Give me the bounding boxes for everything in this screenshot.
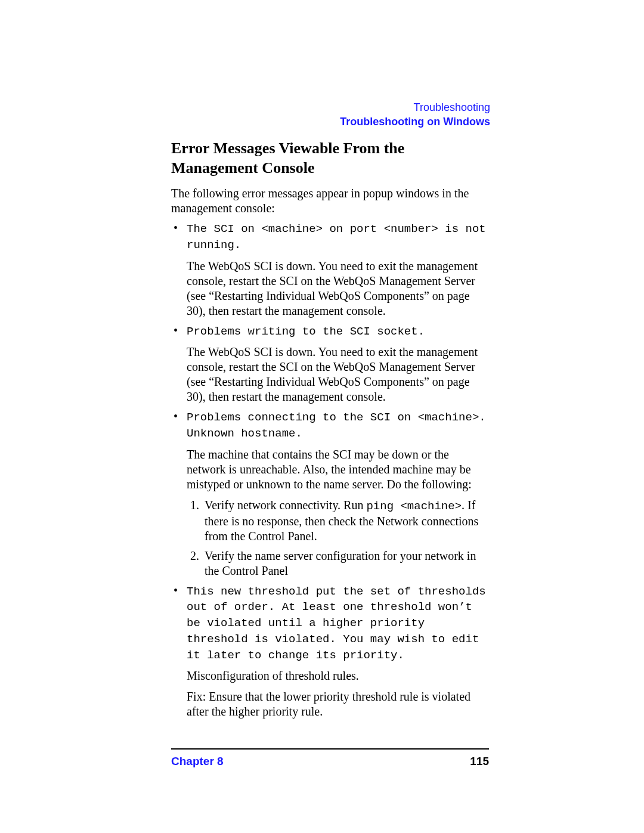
error-item: This new threshold put the set of thresh… [171,583,489,720]
error-description: The WebQoS SCI is down. You need to exit… [187,259,489,318]
inline-code: ping <machine> [366,500,462,513]
error-message: Problems writing to the SCI socket. [187,325,425,338]
page-body: Error Messages Viewable From the Managem… [171,139,489,719]
error-description: The WebQoS SCI is down. You need to exit… [187,345,489,404]
page-number: 115 [470,754,489,769]
header-subsection: Troubleshooting on Windows [340,114,490,129]
step-text: Verify the name server configuration for… [205,549,476,577]
error-fix: Fix: Ensure that the lower priority thre… [187,689,489,719]
header-section: Troubleshooting [340,100,490,114]
error-item: The SCI on <machine> on port <number> is… [171,221,489,318]
error-description: The machine that contains the SCI may be… [187,447,489,492]
error-message: Problems connecting to the SCI on <machi… [187,411,486,440]
error-message: This new threshold put the set of thresh… [187,585,486,662]
error-item: Problems connecting to the SCI on <machi… [171,409,489,578]
step-item: Verify the name server configuration for… [202,549,489,578]
error-description: Misconfiguration of threshold rules. [187,668,489,683]
step-list: Verify network connectivity. Run ping <m… [187,498,489,578]
error-item: Problems writing to the SCI socket. The … [171,323,489,405]
error-message: The SCI on <machine> on port <number> is… [187,222,486,252]
step-text: Verify network connectivity. Run [205,498,366,512]
section-title: Error Messages Viewable From the Managem… [171,139,489,178]
step-item: Verify network connectivity. Run ping <m… [202,498,489,544]
document-page: Troubleshooting Troubleshooting on Windo… [0,0,644,833]
chapter-label: Chapter 8 [171,755,224,767]
intro-paragraph: The following error messages appear in p… [171,186,489,216]
footer-rule [171,748,489,750]
error-list: The SCI on <machine> on port <number> is… [171,221,489,719]
page-footer: Chapter 8 115 [171,754,489,769]
running-header: Troubleshooting Troubleshooting on Windo… [340,100,490,129]
